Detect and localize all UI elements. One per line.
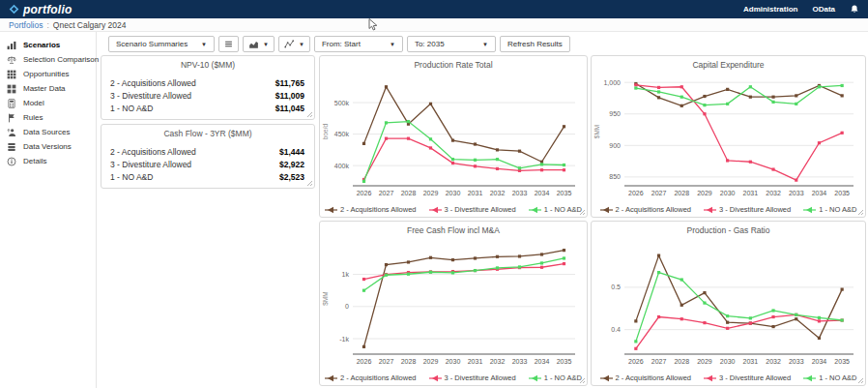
sidebar-item-scenarios[interactable]: Scenarios	[0, 38, 96, 52]
legend-item[interactable]: 1 - NO A&D	[803, 373, 856, 382]
sidebar-item-data-sources[interactable]: Data Sources	[0, 125, 96, 139]
svg-text:2026: 2026	[628, 358, 644, 365]
scenario-label: 1 - NO A&D	[110, 172, 153, 182]
chart-svg: boe/d400k450k500k20262027202820292030203…	[322, 71, 585, 199]
svg-text:2032: 2032	[490, 358, 506, 365]
area-chart-icon	[248, 40, 259, 49]
resize-handle[interactable]	[306, 111, 313, 118]
legend-item[interactable]: 1 - NO A&D	[529, 205, 582, 214]
svg-text:2029: 2029	[423, 358, 439, 365]
chevron-down-icon: ▼	[263, 42, 269, 47]
sidebar-item-data-versions[interactable]: Data Versions	[0, 139, 96, 154]
legend-item[interactable]: 2 - Acquisitions Allowed	[325, 373, 416, 382]
legend-marker-icon	[600, 206, 613, 214]
chart-svg: 0.40.52026202720282029203020312032203320…	[593, 236, 863, 368]
svg-text:450k: 450k	[334, 131, 350, 137]
summary-row: 3 - Divestiture Allowed$2,922	[101, 158, 314, 170]
line-chart-icon	[284, 40, 295, 49]
from-year-select[interactable]: From: Start ▼	[314, 36, 403, 52]
sidebar-item-selection-comparison[interactable]: Selection Comparison	[0, 52, 96, 67]
svg-text:2028: 2028	[401, 358, 417, 365]
bar-chart-type-button[interactable]: ▼	[243, 36, 275, 52]
legend-label: 3 - Divestiture Allowed	[719, 373, 791, 382]
resize-handle[interactable]	[579, 209, 586, 216]
legend-item[interactable]: 3 - Divestiture Allowed	[429, 205, 516, 214]
summary-type-select[interactable]: Scenario Summaries ▼	[108, 36, 215, 52]
chart-card-gas-ratio: Production - Gas Ratio 0.40.520262027202…	[591, 221, 866, 386]
svg-text:0: 0	[345, 303, 349, 310]
chart-legend: 2 - Acquisitions Allowed3 - Divestiture …	[592, 205, 865, 214]
svg-text:2029: 2029	[697, 190, 712, 196]
svg-text:2033: 2033	[789, 358, 804, 365]
svg-text:2035: 2035	[834, 358, 850, 365]
svg-text:2029: 2029	[697, 358, 712, 365]
sidebar-item-details[interactable]: Details	[0, 154, 96, 168]
legend-item[interactable]: 3 - Divestiture Allowed	[704, 373, 791, 382]
refresh-results-button[interactable]: Refresh Results	[500, 36, 570, 52]
scenario-value: $11,765	[275, 78, 304, 88]
svg-text:2030: 2030	[446, 190, 461, 196]
legend-item[interactable]: 1 - NO A&D	[529, 373, 582, 382]
legend-item[interactable]: 1 - NO A&D	[803, 205, 856, 214]
from-year-value: From: Start	[322, 40, 361, 48]
chart-title: Production - Gas Ratio	[592, 222, 865, 235]
svg-text:2030: 2030	[720, 190, 736, 196]
legend-item[interactable]: 3 - Divestiture Allowed	[429, 373, 516, 382]
svg-text:2031: 2031	[743, 190, 759, 196]
svg-text:1k: 1k	[342, 271, 350, 278]
table-icon	[7, 70, 16, 79]
summary-rows: 2 - Acquisitions Allowed$1,444 3 - Dives…	[101, 145, 314, 183]
legend-item[interactable]: 3 - Divestiture Allowed	[704, 205, 791, 214]
line-chart-capital-expenditure[interactable]: $MM8509009501,00020262027202820292030203…	[593, 71, 863, 199]
line-chart-type-button[interactable]: ▼	[278, 36, 310, 52]
chart-legend: 2 - Acquisitions Allowed3 - Divestiture …	[592, 373, 865, 382]
svg-text:2034: 2034	[812, 358, 827, 365]
line-chart-gas-ratio[interactable]: 0.40.52026202720282029203020312032203320…	[593, 236, 863, 368]
sidebar-item-label: Data Sources	[23, 128, 70, 136]
legend-marker-icon	[803, 374, 816, 382]
resize-handle[interactable]	[857, 209, 864, 216]
legend-item[interactable]: 2 - Acquisitions Allowed	[600, 373, 691, 382]
legend-marker-icon	[803, 206, 816, 214]
nav-odata[interactable]: OData	[812, 5, 835, 14]
sidebar-item-label: Model	[23, 99, 44, 107]
notifications-bell-icon[interactable]	[850, 4, 859, 15]
chart-title: Production Rate Total	[320, 56, 587, 70]
legend-item[interactable]: 2 - Acquisitions Allowed	[325, 205, 416, 214]
resize-handle[interactable]	[306, 180, 313, 187]
svg-text:2035: 2035	[557, 190, 572, 196]
chevron-down-icon: ▼	[201, 42, 207, 47]
app-logo[interactable]: portfolio	[9, 3, 72, 16]
sidebar-nav: Scenarios Selection Comparison Opportuni…	[0, 32, 97, 388]
scenario-value: $1,444	[279, 147, 304, 157]
sidebar-item-opportunities[interactable]: Opportunities	[0, 67, 96, 81]
legend-marker-icon	[529, 206, 541, 214]
line-chart-production-rate[interactable]: boe/d400k450k500k20262027202820292030203…	[322, 71, 585, 199]
resize-handle[interactable]	[857, 377, 864, 384]
sidebar-item-model[interactable]: Model	[0, 96, 96, 110]
flag-icon	[7, 113, 16, 123]
svg-text:2027: 2027	[651, 358, 667, 365]
legend-label: 1 - NO A&D	[544, 373, 582, 382]
chart-card-free-cash-flow: Free Cash Flow incl M&A $MM-1k01k2026202…	[319, 221, 588, 386]
svg-text:1,000: 1,000	[603, 79, 621, 86]
to-year-select[interactable]: To: 2035 ▼	[407, 36, 496, 52]
sidebar-item-rules[interactable]: Rules	[0, 110, 96, 125]
sidebar-item-master-data[interactable]: Master Data	[0, 81, 96, 96]
svg-text:2026: 2026	[357, 190, 372, 196]
chart-legend: 2 - Acquisitions Allowed3 - Divestiture …	[320, 205, 587, 214]
list-view-button[interactable]	[218, 36, 239, 52]
line-chart-free-cash-flow[interactable]: $MM-1k01k2026202720282029203020312032203…	[322, 236, 585, 368]
nav-administration[interactable]: Administration	[743, 5, 797, 14]
calculator-icon	[7, 99, 16, 108]
svg-text:2027: 2027	[651, 190, 667, 196]
legend-label: 1 - NO A&D	[819, 205, 856, 214]
chevron-down-icon: ▼	[482, 42, 488, 47]
legend-label: 1 - NO A&D	[819, 373, 856, 382]
breadcrumb-portfolios-link[interactable]: Portfolios	[9, 20, 43, 30]
legend-marker-icon	[429, 374, 442, 382]
legend-item[interactable]: 2 - Acquisitions Allowed	[600, 205, 691, 214]
brand-name: portfolio	[23, 3, 72, 16]
svg-text:-1k: -1k	[339, 336, 349, 343]
resize-handle[interactable]	[579, 377, 586, 384]
